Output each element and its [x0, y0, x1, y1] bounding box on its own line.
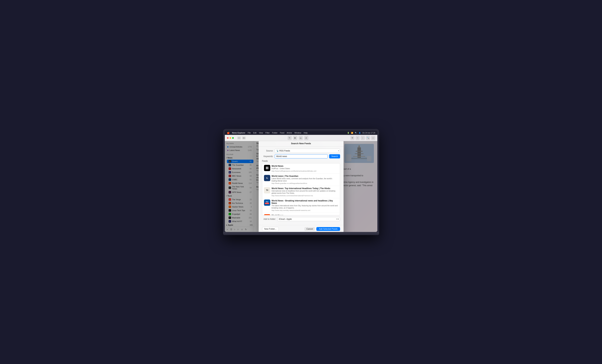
feed-name-1: World news | The Guardian [272, 175, 338, 177]
feed-url-3: http://news.sky.com/sky-news/rss/world-n… [272, 209, 338, 211]
source-label: Source: [262, 150, 273, 152]
modal-overlay: Search New Feeds Source: 📡 RSS Feeds ▾ [225, 141, 377, 232]
source-select-wrapper: 📡 RSS Feeds ▾ [275, 149, 340, 153]
feed-url-1: http://feeds.guardian.co.uk/theguardian/… [272, 182, 338, 184]
folder-row: Add to folder: iCloud › Apple ⬆⬇ [262, 217, 340, 221]
keywords-label: Keywords: [262, 155, 273, 158]
star-icon[interactable]: ☆ [355, 136, 360, 140]
feed-desc-1: Latest World news news, comment and anal… [272, 178, 338, 182]
minimize-button[interactable] [229, 137, 231, 139]
feed-item-1[interactable]: G World news | The Guardian Latest World… [262, 173, 340, 186]
folder-icon[interactable]: 🗂 [299, 136, 303, 140]
main-content: Filters Unread Articles 1779 Latest News… [225, 141, 377, 232]
feed-name-3: World News - Breaking international news… [272, 200, 338, 204]
video-icon[interactable]: ▶ [293, 136, 297, 140]
feeds-section-label: Feeds [262, 160, 340, 162]
feed-icon-guardian: G [264, 175, 270, 181]
share-icon[interactable]: ↑ [361, 136, 365, 140]
traffic-lights [227, 137, 234, 139]
feed-desc-3: The latest international news from Sky, … [272, 204, 338, 209]
menu-help[interactable]: Help [304, 132, 308, 134]
modal-title: Search New Feeds [259, 141, 344, 147]
feed-name-0: World News [272, 165, 338, 167]
feed-icon-reddit [264, 214, 270, 215]
user-icon: 👤 [359, 132, 361, 134]
font-icon[interactable]: A [304, 136, 308, 140]
feed-info-2: World News: Top International Headlines … [272, 187, 338, 197]
menu-filter[interactable]: Filter [265, 132, 269, 134]
search-button[interactable]: Search [329, 154, 340, 159]
keywords-input[interactable] [275, 154, 328, 159]
feed-name-2: World News: Top International Headlines … [272, 187, 338, 190]
cancel-button[interactable]: Cancel [304, 227, 315, 231]
new-folder-button[interactable]: New Folder... [262, 227, 279, 231]
feed-info-1: World news | The Guardian Latest World n… [272, 175, 338, 184]
feed-icon-sky: sky NEWS [264, 200, 270, 206]
laptop-screen: 🍎 News Explorer File Edit View Filter Fo… [225, 131, 377, 232]
sidebar-toggle[interactable]: ≡ [237, 137, 241, 139]
search-icon-menubar[interactable]: 🔍 [355, 132, 357, 134]
wifi-icon: 📶 [351, 132, 353, 134]
source-row: Source: 📡 RSS Feeds ▾ [262, 149, 340, 153]
feed-item-2[interactable]: TH World News: Top International Headlin… [262, 186, 340, 198]
grid-toggle[interactable]: ⊞ [242, 137, 246, 139]
feed-source-0: HuffPost · United States [272, 167, 338, 170]
settings-icon[interactable]: ⚙ [350, 136, 355, 140]
keywords-row: Keywords: Search [262, 154, 340, 159]
feed-icon-hindu: TH [264, 187, 270, 193]
feed-icon-huffpost [264, 165, 270, 171]
feed-item-0[interactable]: World News HuffPost · United States http… [262, 163, 340, 173]
feed-item-4[interactable]: World News A place for major news from a… [262, 213, 340, 215]
svg-text:G: G [266, 177, 268, 179]
folder-select[interactable]: iCloud › Apple [277, 217, 340, 221]
menu-edit[interactable]: Edit [253, 132, 257, 134]
menu-file[interactable]: File [248, 132, 251, 134]
titlebar: ≡ ⊞ ↻ ▶ 🗂 A ⚙ ☆ ↑ 🔍 □ [225, 135, 377, 141]
menu-view[interactable]: View [259, 132, 263, 134]
feed-name-4: World News [272, 214, 338, 215]
menu-folder[interactable]: Folder [272, 132, 278, 134]
feed-desc-2: International news & headlines from arou… [272, 190, 338, 194]
laptop-base [223, 232, 379, 235]
battery-icon: 🔋 [347, 132, 349, 134]
folder-label: Add to folder: [262, 218, 276, 220]
menu-article[interactable]: Article [287, 132, 292, 134]
feed-url-2: http://www.thehindu.com/news/internation… [272, 195, 338, 197]
feed-info-4: World News A place for major news from a… [272, 214, 338, 215]
feed-url-0: http://www.huffingtonpost.com/feeds/vert… [272, 170, 338, 172]
search-icon-titlebar[interactable]: 🔍 [366, 136, 370, 140]
app-window: ≡ ⊞ ↻ ▶ 🗂 A ⚙ ☆ ↑ 🔍 □ [225, 135, 377, 232]
laptop-shell: 🍎 News Explorer File Edit View Filter Fo… [223, 129, 379, 235]
sidebar-right-toggle[interactable]: □ [371, 136, 375, 140]
folder-select-wrapper: iCloud › Apple ⬆⬇ [277, 217, 340, 221]
menu-window[interactable]: Window [294, 132, 301, 134]
menubar: 🍎 News Explorer File Edit View Filter Fo… [225, 131, 377, 135]
feed-info-3: World News - Breaking international news… [272, 200, 338, 211]
source-select[interactable]: 📡 RSS Feeds [275, 149, 340, 153]
datetime-display: Do 14 nov 17:29 [363, 132, 375, 134]
app-name: News Explorer [232, 132, 245, 134]
modal-body: Source: 📡 RSS Feeds ▾ Keywo [259, 147, 344, 225]
close-button[interactable] [227, 137, 229, 139]
search-feeds-modal: Search New Feeds Source: 📡 RSS Feeds ▾ [259, 141, 344, 232]
feeds-list[interactable]: World News HuffPost · United States http… [262, 163, 340, 215]
add-feeds-button[interactable]: Add Selected Feeds [316, 227, 340, 231]
modal-footer: New Folder... Cancel Add Selected Feeds [259, 225, 344, 232]
refresh-icon[interactable]: ↻ [288, 136, 292, 140]
svg-rect-13 [266, 168, 268, 168]
feed-item-3[interactable]: sky NEWS World News - Breaking internati… [262, 198, 340, 213]
feed-info-0: World News HuffPost · United States http… [272, 165, 338, 172]
menu-feed[interactable]: Feed [280, 132, 284, 134]
apple-menu[interactable]: 🍎 [227, 132, 230, 134]
fullscreen-button[interactable] [232, 137, 234, 139]
